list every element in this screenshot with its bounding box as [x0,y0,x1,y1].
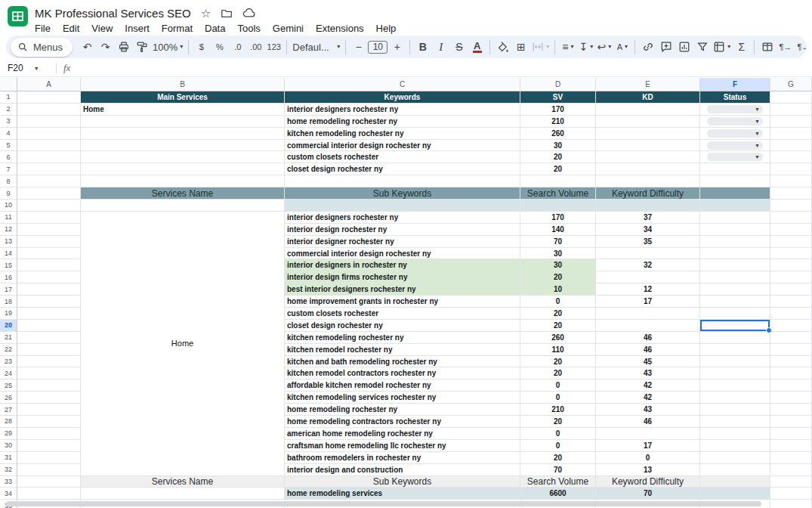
cell-D10[interactable] [520,200,596,212]
cell-F16[interactable] [700,271,770,283]
cell-G19[interactable] [770,308,812,320]
horizontal-scrollbar[interactable] [6,501,761,506]
cell-A9[interactable] [17,187,81,200]
menu-file[interactable]: File [29,22,57,35]
cell-C10[interactable] [285,200,520,212]
cell-E1[interactable]: KD [596,91,700,104]
cell-D7[interactable]: 20 [520,163,596,175]
cell-C30[interactable]: craftsman home remodeling llc rochester … [285,440,520,452]
status-dropdown[interactable]: ▼ [707,141,763,150]
cell-G32[interactable] [770,464,812,476]
cell-C32[interactable]: interior design and construction [285,464,520,476]
cell-G7[interactable] [770,163,812,175]
cell-F30[interactable] [700,440,770,452]
cell-C2[interactable]: interior designers rochester ny [285,104,520,116]
cell-C11[interactable]: interior designers rochester ny [285,212,520,224]
cell-E2[interactable] [596,104,700,116]
cell-C1[interactable]: Keywords [285,91,520,104]
cell-D8[interactable] [520,175,596,187]
table-views-button[interactable]: ▾ [712,38,732,56]
cell-E6[interactable] [596,151,700,163]
format-currency-button[interactable]: $ [193,38,210,56]
cell-A26[interactable] [17,392,81,404]
cell-A14[interactable] [17,248,81,260]
cell-E31[interactable]: 0 [596,452,700,464]
cell-E11[interactable]: 37 [596,212,700,224]
row-header-14[interactable]: 14 [0,248,17,260]
cell-B4[interactable] [81,128,285,140]
cell-C21[interactable]: kitchen remodeling rochester ny [285,332,520,344]
cell-A17[interactable] [17,283,81,296]
functions-button[interactable]: Σ [733,38,750,56]
column-header-E[interactable]: E [596,78,700,91]
row-header-25[interactable]: 25 [0,379,17,392]
column-header-B[interactable]: B [81,78,285,91]
select-all-corner[interactable] [0,78,17,91]
column-header-A[interactable]: A [17,78,81,91]
cell-F24[interactable] [700,367,770,379]
cell-A23[interactable] [17,356,81,368]
format-percent-button[interactable]: % [211,38,228,56]
row-header-23[interactable]: 23 [0,356,17,368]
cell-D2[interactable]: 170 [520,104,596,116]
row-header-29[interactable]: 29 [0,428,17,440]
bold-button[interactable]: B [414,38,431,56]
cell-F31[interactable] [700,452,770,464]
cell-A33[interactable] [17,476,81,488]
cell-F28[interactable] [700,416,770,428]
cell-G13[interactable] [770,236,812,248]
cell-G24[interactable] [770,367,812,379]
cell-C31[interactable]: bathroom remodelers in rochester ny [285,452,520,464]
cell-F20-selected[interactable] [700,320,770,332]
cell-B3[interactable] [81,116,285,128]
cell-G27[interactable] [770,404,812,416]
cell-A30[interactable] [17,440,81,452]
cell-E5[interactable] [596,140,700,152]
cell-E22[interactable]: 46 [596,344,700,356]
cell-A22[interactable] [17,344,81,356]
horizontal-align-button[interactable]: ≡▾ [559,38,576,56]
cell-D27[interactable]: 210 [520,404,596,416]
cell-E28[interactable]: 46 [596,416,700,428]
cell-G9[interactable] [770,187,812,200]
cell-E32[interactable]: 13 [596,464,700,476]
cell-G10[interactable] [770,200,812,212]
row-header-28[interactable]: 28 [0,416,17,428]
cell-C33[interactable]: Sub Keywords [285,476,520,488]
cell-D20[interactable]: 20 [520,320,596,332]
cell-C5[interactable]: commercial interior design rochester ny [285,140,520,152]
cell-C27[interactable]: home remodeling rochester ny [285,404,520,416]
cell-D23[interactable]: 20 [520,356,596,368]
row-header-2[interactable]: 2 [0,104,17,116]
cell-A6[interactable] [17,151,81,163]
cell-G22[interactable] [770,344,812,356]
cell-F5[interactable]: ▼ [700,140,770,152]
menu-help[interactable]: Help [370,22,403,35]
cell-G3[interactable] [770,116,812,128]
sheets-logo-icon[interactable] [8,6,28,29]
cell-C26[interactable]: kitchen remodeling services rochester ny [285,392,520,404]
column-header-C[interactable]: C [285,78,520,91]
cell-C8[interactable] [285,175,520,187]
number-format-button[interactable]: 123 [265,38,283,56]
row-header-17[interactable]: 17 [0,283,17,296]
cell-C22[interactable]: kitchen remodel rochester ny [285,344,520,356]
increase-font-size-button[interactable]: + [388,38,406,56]
cell-D32[interactable]: 70 [520,464,596,476]
row-header-32[interactable]: 32 [0,464,17,476]
row-header-20[interactable]: 20 [0,320,17,332]
cell-G33[interactable] [770,476,812,488]
cell-E24[interactable]: 43 [596,367,700,379]
cell-F11[interactable] [700,212,770,224]
cell-F34[interactable] [700,488,770,500]
cell-C28[interactable]: home remodeling contractors rochester ny [285,416,520,428]
menu-format[interactable]: Format [156,22,199,35]
row-header-11[interactable]: 11 [0,212,17,224]
cell-G4[interactable] [770,128,812,140]
cell-C4[interactable]: kitchen remodeling rochester ny [285,128,520,140]
cell-E27[interactable]: 43 [596,404,700,416]
cell-E10[interactable] [596,200,700,212]
cell-A32[interactable] [17,464,81,476]
cell-G6[interactable] [770,151,812,163]
row-header-1[interactable]: 1 [0,91,17,104]
